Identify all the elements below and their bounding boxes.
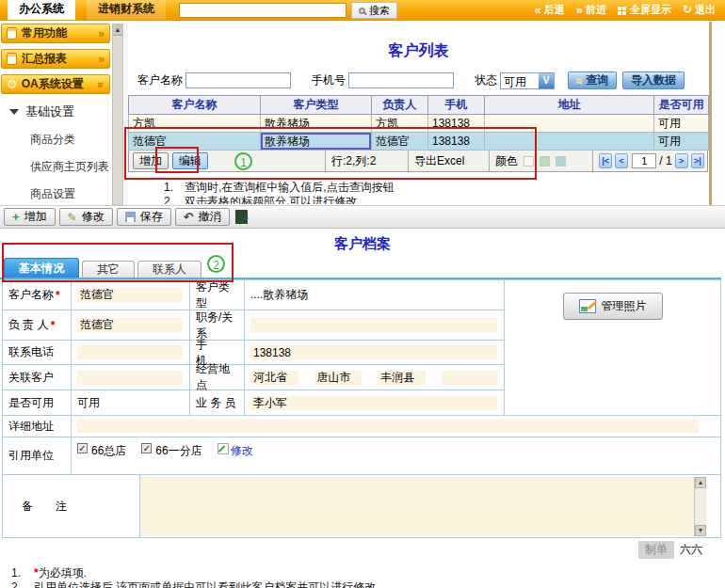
field-label-address: 详细地址 [3, 416, 72, 437]
salesman-input[interactable]: 李小军 [250, 396, 497, 410]
global-search-input[interactable] [179, 3, 346, 18]
nav-exit-button[interactable]: ↻ 退出 [683, 3, 716, 17]
name-input[interactable]: 范德官 [77, 288, 183, 302]
remark-textarea[interactable]: ▲ ▼ [140, 477, 706, 536]
toolbar-save-label: 保存 [140, 209, 163, 225]
field-type-value[interactable]: ....散养猪场 [245, 280, 505, 310]
manage-photos-label: 管理照片 [602, 298, 647, 314]
grid-add-button[interactable]: 增加 [133, 152, 169, 169]
cell-phone[interactable]: 138138 [428, 115, 485, 133]
owner-input[interactable]: 范德官 [77, 318, 183, 332]
col-header-enabled[interactable]: 是否可用 [654, 96, 709, 115]
toolbar-undo-label: 撤消 [199, 209, 221, 225]
cell-phone[interactable]: 138138 [428, 133, 485, 151]
tab-basic-info[interactable]: 基本情况 [4, 258, 79, 278]
sidebar-section-common[interactable]: 常用功能 » [1, 24, 110, 43]
toolbar-add-button[interactable]: + 增加 [4, 208, 56, 226]
color-swatch-white [524, 156, 534, 167]
dropdown-arrow-icon[interactable]: V [539, 73, 554, 88]
table-row[interactable]: 方凯 散养猪场 方凯 138138 可用 [129, 115, 709, 133]
refunit-edit-link[interactable]: 修改 [231, 443, 253, 459]
remark-scrollbar[interactable]: ▲ ▼ [694, 477, 706, 536]
related-customer-input[interactable] [77, 371, 183, 385]
checkbox-store-branch[interactable]: ✓ [141, 443, 152, 453]
cell-type-selected[interactable]: 散养猪场 [261, 133, 372, 151]
scroll-up-arrow-icon[interactable]: ▲ [695, 477, 706, 488]
photo-section: 管理照片 [505, 280, 721, 416]
export-excel-button[interactable]: 导出Excel [408, 151, 489, 171]
note-text: 双击表格的标题部分,可以进行修改 [185, 195, 357, 204]
tab-other[interactable]: 其它 [82, 261, 135, 278]
tel-input[interactable] [77, 345, 183, 359]
global-search-button[interactable]: 搜索 [351, 2, 397, 19]
city-input[interactable]: 唐山市 [314, 371, 362, 385]
sidebar-item-product-settings[interactable]: 商品设置 [0, 181, 111, 208]
sidebar-item-product-category[interactable]: 商品分类 [0, 126, 111, 153]
nav-forward-label: 前进 [586, 3, 606, 17]
manage-photos-button[interactable]: 管理照片 [563, 293, 663, 320]
filter-phone-input[interactable] [348, 72, 454, 88]
tab-erp-system[interactable]: 进销财系统 [87, 0, 166, 20]
col-header-phone[interactable]: 手机 [428, 96, 485, 115]
address-input[interactable] [77, 420, 699, 433]
cell-type[interactable]: 散养猪场 [261, 115, 372, 133]
pager-last-button[interactable]: >| [691, 153, 704, 168]
col-header-name[interactable]: 客户名称 [129, 96, 261, 115]
toolbar-add-label: 增加 [24, 209, 47, 225]
county-input[interactable]: 丰润县 [378, 371, 426, 385]
toolbar-modify-label: 修改 [82, 209, 105, 225]
field-enabled-value[interactable]: 可用 [72, 390, 190, 416]
pager-page-input[interactable] [632, 153, 656, 168]
scroll-down-arrow-icon[interactable]: ▼ [695, 525, 706, 536]
toolbar-modify-button[interactable]: ✎ 修改 [59, 208, 113, 226]
checkbox-store-main[interactable]: ✓ [77, 443, 88, 453]
toolbar-undo-button[interactable]: ↶ 撤消 [175, 208, 230, 226]
sidebar-group-basic-settings[interactable]: 基础设置 [0, 100, 111, 126]
cell-enabled[interactable]: 可用 [654, 115, 709, 133]
col-header-address[interactable]: 地址 [485, 96, 654, 115]
town-input[interactable] [442, 371, 498, 385]
sidebar-item-supplier-list[interactable]: 供应商主页列表 [0, 153, 111, 181]
footnote-text: 引用单位选择后,该页面或单据中可以看到此客户档案并可以进行修改 [34, 580, 376, 588]
cell-enabled[interactable]: 可用 [654, 133, 709, 151]
cell-name[interactable]: 范德官 [129, 133, 261, 151]
nav-forward-button[interactable]: » 前进 [576, 3, 606, 17]
sidebar-scrollbar[interactable]: ▲ [112, 24, 123, 205]
mobile-input[interactable]: 138138 [250, 345, 497, 359]
table-row-selected[interactable]: 范德官 散养猪场 范德官 138138 可用 [129, 133, 709, 151]
table-footer-bar: 增加 编辑 行:2,列:2 导出Excel 颜色 |< < / 1 > [128, 151, 708, 172]
sidebar: 常用功能 » 汇总报表 » ⚙ OA系统设置 » 基础设置 商品分类 供应商主页… [0, 24, 111, 205]
duty-input[interactable] [250, 318, 497, 332]
cell-name[interactable]: 方凯 [129, 115, 261, 133]
cell-address[interactable] [485, 133, 654, 151]
status-select[interactable]: 可用 V [500, 72, 555, 89]
pager-next-button[interactable]: > [675, 153, 688, 168]
nav-back-button[interactable]: « 后退 [534, 3, 564, 17]
query-button[interactable]: 查询 [568, 72, 617, 89]
filter-name-input[interactable] [185, 72, 291, 88]
sidebar-section-oa-settings[interactable]: ⚙ OA系统设置 » [1, 74, 110, 94]
exit-door-icon[interactable] [235, 210, 248, 224]
footnote-number: 2. [11, 580, 34, 588]
query-button-label: 查询 [586, 72, 608, 88]
pager-first-button[interactable]: |< [599, 153, 612, 168]
toolbar-save-button[interactable]: 保存 [117, 208, 171, 226]
tab-office-system[interactable]: 办公系统 [8, 0, 75, 20]
grid-edit-button[interactable]: 编辑 [172, 152, 208, 169]
scroll-up-arrow-icon[interactable]: ▲ [113, 24, 122, 36]
col-header-type[interactable]: 客户类型 [261, 96, 372, 115]
nav-fullscreen-button[interactable]: 全屏显示 [618, 3, 671, 17]
sidebar-section-label: OA系统设置 [22, 76, 84, 92]
col-header-owner[interactable]: 负责人 [372, 96, 428, 115]
cell-owner[interactable]: 方凯 [372, 115, 428, 133]
cell-owner[interactable]: 范德官 [372, 133, 428, 151]
pager-prev-button[interactable]: < [615, 153, 628, 168]
tab-contacts[interactable]: 联系人 [137, 261, 201, 278]
field-address [72, 416, 721, 437]
cell-address[interactable] [485, 115, 654, 133]
province-input[interactable]: 河北省 [250, 371, 298, 385]
sidebar-section-reports[interactable]: 汇总报表 » [1, 49, 110, 69]
picture-pencil-icon [579, 299, 596, 313]
import-data-button[interactable]: 导入数据 [622, 72, 685, 89]
color-swatch-teal [556, 156, 566, 167]
